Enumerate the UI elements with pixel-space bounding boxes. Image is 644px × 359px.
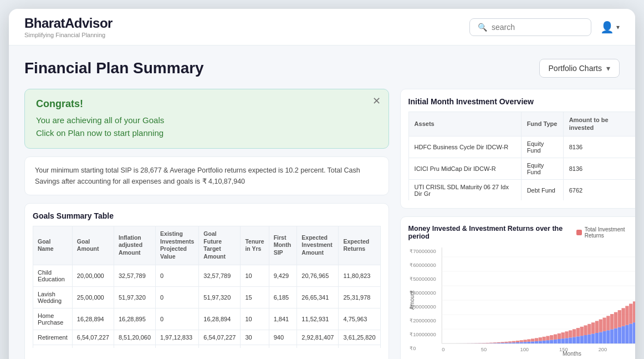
- portfolio-chevron-icon: ▾: [606, 64, 610, 73]
- goals-cell-4-4: 7,29,304: [199, 345, 241, 348]
- user-menu[interactable]: 👤 ▾: [600, 21, 620, 34]
- close-icon[interactable]: ✕: [372, 96, 381, 106]
- bar-blue-29: [553, 340, 556, 343]
- goals-cell-3-6: 940: [269, 330, 297, 345]
- header-right: 🔍 👤 ▾: [469, 18, 620, 36]
- goals-cell-1-2: 51,97,320: [114, 286, 155, 308]
- inv-cell-1-0: ICICI Pru MidCap Dir IDCW-R: [408, 158, 521, 179]
- goals-cell-3-0: Retirement: [33, 330, 73, 345]
- bar-red-45: [614, 312, 617, 328]
- bar-red-23: [531, 338, 534, 341]
- chart-header: Money Invested & Investment Returns over…: [408, 225, 635, 240]
- bar-red-13: [493, 342, 497, 343]
- page-title: Financial Plan Summary: [24, 59, 204, 77]
- x-label-50: 50: [481, 347, 486, 352]
- page-header: Financial Plan Summary Portfolio Charts …: [24, 59, 620, 78]
- bar-red-46: [617, 310, 621, 327]
- inv-cell-2-1: Debt Fund: [521, 179, 563, 200]
- bar-red-22: [527, 339, 530, 341]
- portfolio-charts-label: Portfolio Charts: [549, 64, 602, 73]
- bar-blue-25: [538, 341, 541, 343]
- bar-red-47: [621, 308, 625, 326]
- x-label-100: 100: [520, 347, 529, 352]
- bar-blue-37: [584, 335, 587, 343]
- inv-cell-1-1: Equity Fund: [521, 158, 563, 179]
- chart-area: ₹0 ₹10000000 ₹20000000 ₹30000000 ₹400000…: [408, 245, 635, 356]
- bar-red-21: [523, 340, 527, 342]
- bar-blue-23: [531, 341, 534, 343]
- y-label-6: ₹60000000: [410, 262, 436, 268]
- bar-red-33: [569, 330, 572, 337]
- chart-legend: Total Investment Returns Total Money Inv…: [576, 226, 635, 239]
- goals-cell-0-1: 20,00,000: [72, 265, 114, 286]
- search-input[interactable]: [492, 23, 583, 32]
- col-inflation-adjusted: Inflation adjusted Amount: [114, 226, 155, 265]
- bar-blue-39: [591, 333, 595, 343]
- bar-red-31: [561, 332, 564, 338]
- inv-cell-0-0: HDFC Business Cycle Dir IDCW-R: [408, 136, 521, 158]
- bar-red-19: [515, 341, 519, 342]
- bar-red-15: [500, 342, 504, 343]
- goals-cell-4-6: 10,282: [269, 345, 297, 348]
- inv-cell-2-2: 6762: [563, 179, 635, 200]
- inv-table-row: ICICI Pru MidCap Dir IDCW-REquity Fund81…: [408, 158, 635, 179]
- bar-blue-27: [546, 340, 549, 343]
- col-amount-invested: Amount to be invested: [563, 112, 635, 136]
- bar-blue-36: [580, 336, 583, 343]
- goals-cell-4-7: 6,00,370: [297, 345, 339, 348]
- col-goal-name: Goal Name: [33, 226, 73, 265]
- bar-red-49: [629, 304, 632, 323]
- bar-blue-26: [542, 341, 545, 343]
- goals-cell-2-5: 10: [241, 308, 269, 330]
- goals-cell-2-8: 4,75,963: [339, 308, 380, 330]
- bar-red-36: [580, 327, 583, 336]
- inv-cell-0-1: Equity Fund: [521, 136, 563, 158]
- bar-blue-15: [500, 343, 504, 343]
- brand-tagline: Simplifying Financial Planning: [24, 32, 113, 38]
- portfolio-charts-button[interactable]: Portfolio Charts ▾: [539, 59, 620, 78]
- chart-svg: ₹0 ₹10000000 ₹20000000 ₹30000000 ₹400000…: [408, 245, 635, 356]
- bar-blue-17: [508, 343, 512, 343]
- bar-red-29: [553, 335, 556, 340]
- col-goal-future: Goal Future Target Amount: [199, 226, 241, 265]
- goals-cell-0-7: 20,76,965: [297, 265, 339, 286]
- goals-cell-1-5: 15: [241, 286, 269, 308]
- bar-red-18: [512, 341, 515, 343]
- bar-red-42: [602, 317, 606, 331]
- inv-cell-0-2: 8136: [563, 136, 635, 158]
- bar-blue-35: [576, 336, 579, 343]
- bar-blue-18: [512, 342, 515, 343]
- goals-cell-1-7: 26,65,341: [297, 286, 339, 308]
- congrats-banner: ✕ Congrats! You are achieving all of you…: [24, 89, 389, 149]
- bar-red-37: [584, 325, 587, 335]
- investment-table-wrapper[interactable]: Assets Fund Type Amount to be invested F…: [408, 112, 635, 200]
- bar-blue-31: [561, 338, 564, 343]
- info-text: Your minimum starting total SIP is 28,67…: [35, 166, 360, 185]
- left-column: ✕ Congrats! You are achieving all of you…: [24, 89, 389, 359]
- bar-blue-41: [599, 332, 602, 343]
- goals-table: Goal Name Goal Amount Inflation adjusted…: [33, 226, 381, 348]
- x-axis-title: Months: [562, 351, 581, 356]
- bar-blue-20: [519, 342, 523, 343]
- goals-cell-2-4: 16,28,894: [199, 308, 241, 330]
- brand-logo: BharatAdvisor Simplifying Financial Plan…: [24, 16, 113, 38]
- goals-cell-4-2: 7,29,304: [114, 345, 155, 348]
- bar-blue-24: [534, 341, 538, 343]
- goals-cell-0-8: 11,80,823: [339, 265, 380, 286]
- col-fund-type: Fund Type: [521, 112, 563, 136]
- goals-cell-0-5: 10: [241, 265, 269, 286]
- goals-cell-2-6: 1,841: [269, 308, 297, 330]
- search-box[interactable]: 🔍: [469, 18, 591, 36]
- col-assets: Assets: [408, 112, 521, 136]
- goals-table-row: Retirement6,54,07,2278,51,20,0601,97,12,…: [33, 330, 381, 345]
- goals-cell-2-3: 0: [156, 308, 199, 330]
- bar-blue-45: [614, 328, 617, 343]
- goals-table-wrapper[interactable]: Goal Name Goal Amount Inflation adjusted…: [33, 226, 381, 348]
- investment-overview-title: Initial Month Investment Overview: [408, 97, 635, 106]
- goals-table-row: Home Purchase16,28,89416,28,895016,28,89…: [33, 308, 381, 330]
- bar-blue-32: [565, 338, 568, 343]
- bar-blue-21: [523, 342, 527, 343]
- legend-returns-label: Total Investment Returns: [585, 226, 635, 239]
- col-tenure: Tenure in Yrs: [241, 226, 269, 265]
- brand-name: BharatAdvisor: [24, 16, 113, 31]
